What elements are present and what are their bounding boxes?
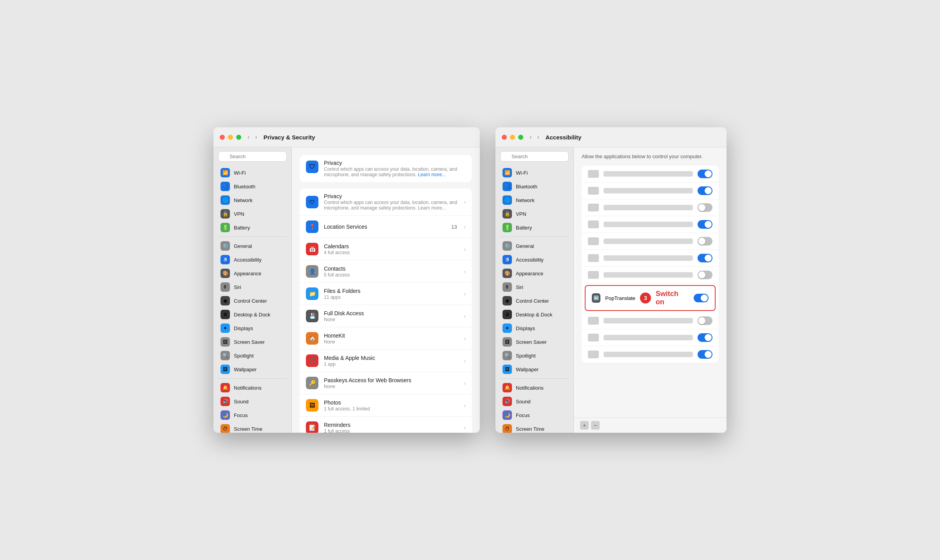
sidebar-item-label-appearance: Appearance [234,271,261,276]
homekit-row-text: HomeKitNone [324,332,459,345]
app-toggle-app2[interactable] [698,186,712,195]
disk-row-title: Full Disk Access [324,310,459,316]
settings-row-media[interactable]: 🎵Media & Apple Music1 app› [300,350,472,372]
sidebar-item-focus[interactable]: 🌙Focus [216,408,289,422]
sidebar-item-network[interactable]: 🌐Network [216,193,289,207]
sidebar-item-displays[interactable]: ✦Displays [498,322,571,335]
files-row-subtitle: 11 apps [324,294,459,300]
sidebar-item-siri[interactable]: 🎙Siri [498,280,571,294]
app-row-app8[interactable] [582,313,719,329]
app-toggle-app7[interactable] [698,271,712,279]
app-toggle-app3[interactable] [698,203,712,212]
app-row-app1[interactable] [582,166,719,182]
sidebar-item-control[interactable]: ◉Control Center [498,294,571,307]
app-row-app2[interactable] [582,182,719,199]
app-toggle-app1[interactable] [698,170,712,178]
app-row-app9[interactable] [582,329,719,346]
sidebar-item-appearance[interactable]: 🎨Appearance [498,267,571,280]
sidebar-item-general[interactable]: ⚙️General [498,239,571,253]
settings-row-calendars[interactable]: 📅Calendars4 full access› [300,238,472,260]
settings-row-files[interactable]: 📁Files & Folders11 apps› [300,283,472,305]
settings-row-reminders[interactable]: 📝Reminders1 full access› [300,417,472,433]
sidebar-item-spotlight[interactable]: 🔍Spotlight [498,349,571,362]
sidebar-item-screentime[interactable]: ⏱Screen Time [216,422,289,433]
maximize-button-2[interactable] [518,135,523,140]
app-row-app3[interactable] [582,199,719,216]
sidebar-item-wifi[interactable]: 📶Wi-Fi [498,166,571,179]
close-button-2[interactable] [502,135,507,140]
app-toggle-app6[interactable] [698,254,712,262]
sidebar-item-desktop[interactable]: 🖥Desktop & Dock [216,308,289,321]
add-button[interactable]: + [580,421,589,430]
spotlight-icon: 🔍 [221,351,230,360]
remove-button[interactable]: − [591,421,600,430]
pop-translate-toggle[interactable] [694,294,709,302]
sidebar-item-vpn[interactable]: 🔒VPN [498,207,571,220]
pop-translate-row[interactable]: 🔤PopTranslate3Switch on [585,285,716,311]
settings-section-2: 🛡PrivacyControl which apps can access yo… [300,188,472,433]
search-input-1[interactable] [218,151,287,162]
app-row-app4[interactable] [582,216,719,233]
main-content-1: 🛡 Privacy Control which apps can access … [292,147,480,433]
settings-row-homekit[interactable]: 🏠HomeKitNone› [300,327,472,350]
disk-chevron-icon: › [464,313,466,319]
sidebar-item-focus[interactable]: 🌙Focus [498,408,571,422]
sidebar-item-bluetooth[interactable]: 🔵Bluetooth [498,180,571,193]
settings-row-contacts[interactable]: 👤Contacts5 full access› [300,260,472,283]
app-toggle-app9[interactable] [698,333,712,342]
search-input-2[interactable] [500,151,569,162]
back-button-2[interactable]: ‹ [528,133,533,141]
sidebar-item-siri[interactable]: 🎙Siri [216,280,289,294]
app-name-app9 [604,335,693,340]
sidebar-item-battery[interactable]: 🔋Battery [216,221,289,234]
switch-on-label: Switch on [656,290,687,306]
maximize-button-1[interactable] [236,135,241,140]
sidebar-item-control[interactable]: ◉Control Center [216,294,289,307]
app-row-app10[interactable] [582,346,719,363]
minimize-button-2[interactable] [510,135,515,140]
close-button-1[interactable] [220,135,225,140]
sidebar-item-wallpaper[interactable]: 🖼Wallpaper [216,363,289,376]
sidebar-item-desktop[interactable]: 🖥Desktop & Dock [498,308,571,321]
forward-button-1[interactable]: › [253,133,258,141]
files-chevron-icon: › [464,291,466,297]
app-toggle-app10[interactable] [698,350,712,359]
sidebar-item-wifi[interactable]: 📶Wi-Fi [216,166,289,179]
sidebar-item-notifications[interactable]: 🔔Notifications [216,381,289,394]
focus-icon: 🌙 [503,410,512,420]
settings-row-disk[interactable]: 💾Full Disk AccessNone› [300,305,472,327]
sidebar-item-sound[interactable]: 🔊Sound [498,395,571,408]
sidebar-item-screentime[interactable]: ⏱Screen Time [498,422,571,433]
sidebar-item-spotlight[interactable]: 🔍Spotlight [216,349,289,362]
sidebar-item-accessibility[interactable]: ♿Accessibility [498,253,571,266]
app-toggle-app4[interactable] [698,220,712,229]
sidebar-item-wallpaper[interactable]: 🖼Wallpaper [498,363,571,376]
app-row-app5[interactable] [582,233,719,250]
sidebar-item-network[interactable]: 🌐Network [498,193,571,207]
sidebar-item-accessibility[interactable]: ♿Accessibility [216,253,289,266]
app-row-app7[interactable] [582,267,719,284]
sidebar-item-displays[interactable]: ✦Displays [216,322,289,335]
app-row-app6[interactable] [582,250,719,267]
sidebar-item-bluetooth[interactable]: 🔵Bluetooth [216,180,289,193]
sidebar-item-label-vpn: VPN [516,211,526,217]
settings-row-privacy[interactable]: 🛡 Privacy Control which apps can access … [300,155,472,182]
sidebar-item-screensaver[interactable]: 🖼Screen Saver [216,335,289,349]
settings-row-passkeys[interactable]: 🔑Passkeys Access for Web BrowsersNone› [300,372,472,394]
sidebar-item-general[interactable]: ⚙️General [216,239,289,253]
settings-row-privacy[interactable]: 🛡PrivacyControl which apps can access yo… [300,188,472,216]
sidebar-item-vpn[interactable]: 🔒VPN [216,207,289,220]
privacy-row-subtitle: Control which apps can access your data,… [324,166,466,177]
sidebar-item-appearance[interactable]: 🎨Appearance [216,267,289,280]
settings-row-photos[interactable]: 🖼Photos1 full access, 1 limited› [300,394,472,417]
sidebar-item-battery[interactable]: 🔋Battery [498,221,571,234]
back-button-1[interactable]: ‹ [246,133,251,141]
app-toggle-app5[interactable] [698,237,712,246]
app-toggle-app8[interactable] [698,316,712,325]
forward-button-2[interactable]: › [535,133,540,141]
sidebar-item-screensaver[interactable]: 🖼Screen Saver [498,335,571,349]
sidebar-item-sound[interactable]: 🔊Sound [216,395,289,408]
sidebar-item-notifications[interactable]: 🔔Notifications [498,381,571,394]
minimize-button-1[interactable] [228,135,233,140]
settings-row-location[interactable]: 📍Location Services13› [300,216,472,238]
